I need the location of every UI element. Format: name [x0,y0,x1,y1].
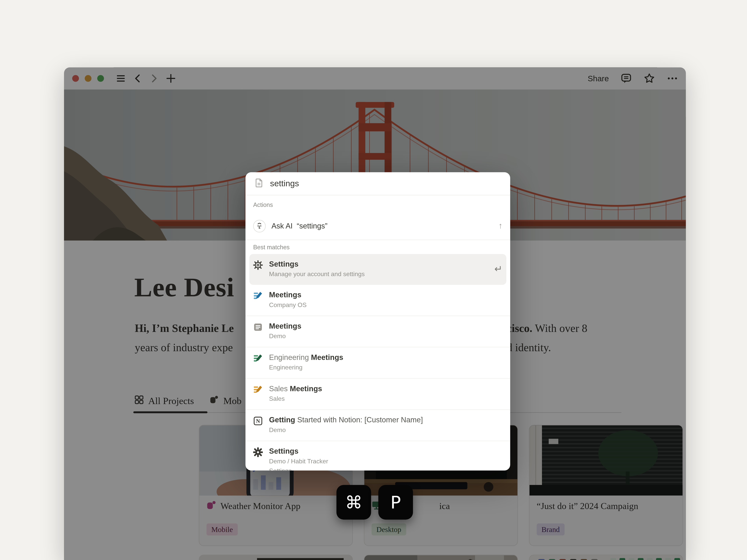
list-pencil-blue-icon [253,291,263,301]
screen: Share Lee Desi Hi, I’m Stephanie Le ci [0,0,747,560]
result-subtitle: Demo / Habit Tracker [269,457,328,466]
card-gray-icon [253,322,263,332]
result-title: Settings [269,447,328,456]
result-title: Engineering Meetings [269,353,343,362]
search-input[interactable]: settings [270,179,299,189]
return-key-icon: ↵ [494,263,503,274]
result-title: Meetings [269,290,307,300]
result-title: Settings [269,259,365,269]
result-title: Meetings [269,321,301,331]
gear-solid-icon [253,447,263,457]
p-keycap: P [378,485,413,519]
result-subtitle: Company OS [269,301,307,309]
search-result[interactable]: MeetingsDemo [246,316,510,347]
notion-logo-icon: N [253,416,263,426]
result-subtitle: Settings [269,466,328,471]
result-subtitle: Sales [269,395,322,403]
search-result[interactable]: MeetingsCompany OS [246,285,510,316]
command-keycap: ⌘ [336,485,371,519]
search-input-row[interactable]: settings [246,172,510,195]
search-result[interactable]: SettingsDemo / Habit TrackerSettings [246,441,510,470]
result-subtitle: Demo [269,332,301,341]
shortcut-key-overlay: ⌘P [336,485,413,519]
search-result[interactable]: N Getting Started with Notion: [Customer… [246,409,510,441]
ai-face-icon [253,220,265,232]
result-subtitle: Manage your account and settings [269,270,365,278]
svg-text:N: N [256,418,260,424]
list-pencil-green-icon [253,354,263,363]
section-divider [246,240,510,240]
ask-ai-label: Ask AI “settings” [272,222,327,231]
result-subtitle: Demo [269,426,423,434]
ask-ai-row[interactable]: Ask AI “settings” ↑ [246,215,510,237]
arrow-up-icon: ↑ [498,221,503,231]
search-result[interactable]: SettingsManage your account and settings… [249,254,506,285]
result-title: Getting Started with Notion: [Customer N… [269,415,423,425]
gear-icon [253,260,263,270]
actions-section-label: Actions [253,201,503,209]
best-matches-section-label: Best matches [253,243,503,251]
list-pencil-amber-icon [253,385,263,394]
search-result[interactable]: Sales MeetingsSales [246,378,510,409]
result-title: Sales Meetings [269,384,322,393]
page-doc-icon [254,178,264,189]
search-result[interactable]: Engineering MeetingsEngineering [246,347,510,378]
search-modal: settings Actions Ask AI “settings” ↑ Bes… [246,172,510,471]
result-subtitle: Engineering [269,363,343,372]
